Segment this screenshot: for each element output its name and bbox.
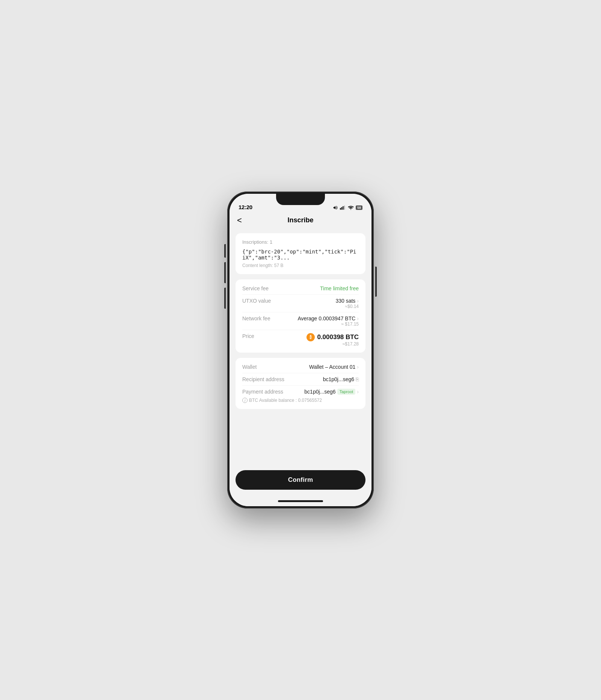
wallet-row[interactable]: Wallet Wallet – Account 01 › bbox=[242, 364, 359, 373]
balance-text: BTC Available balance : 0.07565572 bbox=[249, 398, 322, 403]
payment-chevron-icon[interactable]: › bbox=[357, 389, 359, 395]
notch bbox=[276, 194, 325, 205]
inscription-code: {"p":"brc-20","op":"mint","tick":"PiiX",… bbox=[242, 249, 359, 261]
wallet-label: Wallet bbox=[242, 364, 257, 370]
btc-icon: ₿ bbox=[307, 333, 315, 341]
utxo-value-row: 330 sats › bbox=[335, 298, 359, 304]
network-fee-chevron-icon[interactable]: › bbox=[357, 315, 359, 321]
balance-row: i BTC Available balance : 0.07565572 bbox=[242, 398, 322, 403]
home-indicator bbox=[230, 496, 371, 506]
taproot-badge: Taproot bbox=[337, 389, 356, 395]
price-btc: 0.000398 BTC bbox=[317, 333, 359, 341]
mute-icon bbox=[333, 205, 338, 210]
recipient-value: bc1p0j...seg6 bbox=[323, 376, 354, 382]
payment-value: bc1p0j...seg6 bbox=[304, 389, 335, 395]
page-title: Inscribe bbox=[287, 216, 313, 224]
utxo-usd: ≈$0.14 bbox=[335, 304, 359, 309]
price-row: Price ₿ 0.000398 BTC ≈$17.28 bbox=[242, 330, 359, 347]
service-fee-label: Service fee bbox=[242, 285, 269, 291]
network-fee-value-row: Average 0.0003947 BTC › bbox=[297, 315, 359, 321]
confirm-button[interactable]: Confirm bbox=[236, 470, 365, 490]
wallet-chevron-icon[interactable]: › bbox=[357, 364, 359, 370]
inscriptions-card: Inscriptions: 1 {"p":"brc-20","op":"mint… bbox=[236, 233, 365, 274]
utxo-value-wrap: 330 sats › ≈$0.14 bbox=[335, 298, 359, 309]
battery-level: 58 bbox=[356, 205, 362, 210]
svg-rect-2 bbox=[343, 206, 343, 210]
payment-value-wrap: bc1p0j...seg6 Taproot › bbox=[304, 389, 359, 395]
utxo-row: UTXO value 330 sats › ≈$0.14 bbox=[242, 295, 359, 312]
payment-main-row: Payment address bc1p0j...seg6 Taproot › bbox=[242, 389, 359, 395]
wifi-icon bbox=[348, 205, 354, 210]
main-content: Inscriptions: 1 {"p":"brc-20","op":"mint… bbox=[230, 229, 371, 466]
service-fee-row: Service fee Time limited free bbox=[242, 285, 359, 295]
wallet-value: Wallet – Account 01 bbox=[309, 364, 355, 370]
copy-icon[interactable]: ⎘ bbox=[356, 376, 359, 382]
price-label: Price bbox=[242, 333, 254, 339]
recipient-value-wrap: bc1p0j...seg6 ⎘ bbox=[323, 376, 359, 382]
utxo-label: UTXO value bbox=[242, 298, 271, 304]
network-fee-usd: ≈ $17.15 bbox=[297, 321, 359, 327]
network-fee-row: Network fee Average 0.0003947 BTC › ≈ $1… bbox=[242, 312, 359, 330]
network-fee-value: Average 0.0003947 BTC bbox=[297, 315, 355, 321]
recipient-label: Recipient address bbox=[242, 376, 284, 382]
status-icons: 58 bbox=[333, 205, 362, 210]
utxo-chevron-icon[interactable]: › bbox=[357, 298, 359, 304]
wallet-value-wrap: Wallet – Account 01 › bbox=[309, 364, 359, 370]
recipient-row: Recipient address bc1p0j...seg6 ⎘ bbox=[242, 373, 359, 386]
service-fee-value: Time limited free bbox=[320, 285, 359, 291]
inscriptions-count: Inscriptions: 1 bbox=[242, 239, 359, 245]
status-time: 12:20 bbox=[239, 204, 252, 210]
network-fee-label: Network fee bbox=[242, 315, 270, 321]
home-bar bbox=[278, 500, 323, 502]
price-value-wrap: ₿ 0.000398 BTC ≈$17.28 bbox=[307, 333, 359, 347]
header: < Inscribe bbox=[230, 213, 371, 229]
info-icon: i bbox=[242, 398, 248, 403]
back-button[interactable]: < bbox=[237, 216, 242, 225]
payment-label: Payment address bbox=[242, 389, 283, 395]
utxo-value: 330 sats bbox=[335, 298, 355, 304]
svg-rect-1 bbox=[341, 207, 342, 210]
network-fee-value-wrap: Average 0.0003947 BTC › ≈ $17.15 bbox=[297, 315, 359, 327]
price-amount: ₿ 0.000398 BTC bbox=[307, 333, 359, 341]
payment-row: Payment address bc1p0j...seg6 Taproot › … bbox=[242, 386, 359, 403]
price-usd: ≈$17.28 bbox=[343, 341, 359, 347]
wallet-card: Wallet Wallet – Account 01 › Recipient a… bbox=[236, 358, 365, 409]
content-length: Content length: 57 B bbox=[242, 263, 359, 268]
signal-icon bbox=[340, 205, 346, 210]
svg-rect-3 bbox=[344, 205, 345, 210]
bottom-area: Confirm bbox=[230, 466, 371, 496]
svg-rect-0 bbox=[340, 208, 341, 210]
fee-card: Service fee Time limited free UTXO value… bbox=[236, 279, 365, 353]
